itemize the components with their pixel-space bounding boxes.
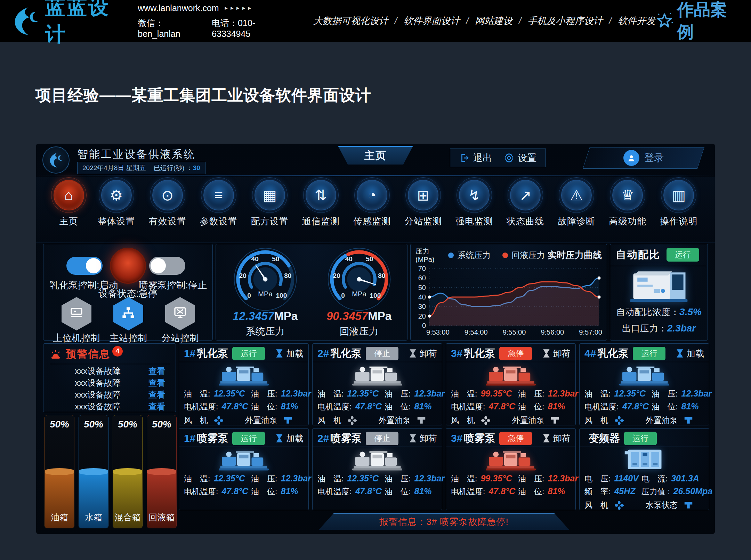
ext-pump-icon (683, 415, 694, 426)
card-data-label: 电机温度: (584, 401, 619, 412)
warning-view-link[interactable]: 查看 (148, 366, 165, 377)
card-status-badge: 运行 (232, 347, 265, 360)
card-machine-image (584, 362, 704, 388)
card-data-value: 12.3bar (281, 389, 312, 399)
card-footer-label: 外置油泵 (512, 415, 544, 426)
card-data-value: 47.8°C (355, 401, 382, 411)
card-变频器: 变频器 运行 电 压:1140V电 流:301.3A频 率:45HZ压力值 :2… (579, 428, 709, 510)
hex-button-上位机控制[interactable] (62, 297, 91, 330)
svg-text:9:57:00: 9:57:00 (579, 328, 602, 336)
ext-pump-icon (416, 415, 427, 426)
tab-home[interactable]: 主页 (338, 146, 413, 165)
menu-item-高级功能[interactable]: ♛高级功能 (609, 180, 646, 227)
menu-item-通信监测[interactable]: ⇅通信监测 (302, 180, 340, 227)
emulsion-pump-toggle[interactable] (66, 257, 103, 275)
menu-item-有效设置[interactable]: ⊙有效设置 (149, 180, 186, 227)
portfolio-link[interactable]: 作品案例 (655, 0, 737, 43)
login-button[interactable]: 登录 (583, 147, 704, 169)
card-number: 1# (184, 347, 195, 359)
card-status-badge: 急停 (499, 347, 532, 360)
card-status-badge: 急停 (499, 432, 532, 445)
diagnosis-icon: ⚠ (570, 187, 583, 204)
card-data-value: 47.8°C (488, 401, 515, 411)
menu-item-强电监测[interactable]: ↯强电监测 (455, 180, 493, 227)
card-footer-label: 风 机 (451, 415, 475, 426)
menu-item-传感监测[interactable]: ◔传感监测 (353, 180, 391, 227)
menu-item-状态曲线[interactable]: ↗状态曲线 (507, 180, 544, 227)
card-data-value: 12.35°C (347, 389, 379, 399)
svg-text:80: 80 (378, 272, 385, 279)
hourglass-icon (409, 434, 417, 443)
runtime-value: 30 (193, 164, 200, 171)
tank-水箱: 50% 水箱 (79, 415, 108, 528)
hex-button-分站控制[interactable] (165, 297, 195, 330)
card-data-value: 47.8°C (221, 401, 248, 411)
header-actions: 退出 设置 (450, 149, 546, 167)
emergency-stop-button[interactable] (110, 248, 146, 284)
nav-item-3[interactable]: 网站建设 (475, 15, 512, 27)
menu-item-操作说明[interactable]: ▥操作说明 (660, 180, 697, 227)
card-action-加载[interactable]: 加载 (676, 348, 704, 359)
menu-item-参数设置[interactable]: ≡参数设置 (200, 180, 237, 227)
svg-text:100: 100 (276, 292, 287, 299)
card-data-value: 45HZ (614, 486, 635, 496)
card-data-label: 油 位: (652, 401, 678, 412)
card-data-label: 压力值 : (641, 486, 670, 497)
menu-item-label: 主页 (59, 215, 78, 227)
warning-view-link[interactable]: 查看 (148, 377, 165, 389)
logout-button[interactable]: 退出 (459, 152, 492, 164)
spray-pump-toggle[interactable] (149, 257, 185, 275)
card-2#喷雾泵: 2# 喷雾泵 停止 卸荷 油 温:12.35°C油 压:12.3bar电机温度:… (312, 428, 442, 510)
card-action-卸荷[interactable]: 卸荷 (543, 433, 571, 444)
card-1#喷雾泵: 1# 喷雾泵 运行 加载 油 温:12.35°C油 压:12.3bar电机温度:… (179, 428, 309, 510)
card-number: 2# (317, 432, 329, 444)
warning-view-link[interactable]: 查看 (148, 401, 165, 412)
hex-button-label: 主站控制 (110, 332, 147, 344)
card-data-value: 81% (281, 486, 298, 496)
card-action-加载[interactable]: 加载 (276, 433, 304, 444)
master-station-icon (121, 306, 135, 321)
settings-button[interactable]: 设置 (504, 152, 536, 164)
card-status-badge: 运行 (633, 347, 665, 360)
menu-item-故障诊断[interactable]: ⚠故障诊断 (558, 180, 595, 227)
card-data-label: 油 温: (317, 473, 344, 484)
tank-label: 混合箱 (113, 512, 142, 523)
logout-icon (459, 153, 470, 163)
valid-settings-icon: ⊙ (161, 187, 173, 204)
fan-icon (347, 415, 357, 426)
sensor-monitor-icon: ◔ (368, 187, 376, 203)
card-data-value: 99.35°C (481, 473, 512, 483)
gauge-回液压力: 020405080100 MPa 90.3457MPa 回液压力 (326, 247, 391, 338)
nav-item-1[interactable]: 大数据可视化设计 (313, 15, 388, 27)
card-3#乳化泵: 3# 乳化泵 急停 卸荷 油 温:99.35°C油 压:12.3bar电机温度:… (446, 343, 576, 425)
warning-row: xxx设备故障查看 (43, 377, 176, 389)
card-3#喷雾泵: 3# 喷雾泵 急停 卸荷 油 温:99.35°C油 压:12.3bar电机温度:… (446, 428, 576, 510)
card-data-value: 99.35°C (481, 389, 512, 399)
menu-item-整体设置[interactable]: ⚙整体设置 (98, 180, 135, 227)
nav-item-2[interactable]: 软件界面设计 (403, 15, 460, 27)
card-footer-label: 风 机 (584, 500, 608, 511)
card-name: 乳化泵 (597, 346, 629, 361)
auto-ratio-machine-image (623, 267, 695, 307)
hex-button-主站控制[interactable] (113, 297, 143, 330)
warning-row: xxx设备故障查看 (43, 401, 176, 413)
menu-item-label: 配方设置 (251, 215, 289, 227)
date-runtime-box: 2022年4月8日 星期五 已运行(秒) ：30 (77, 162, 205, 174)
svg-text:20: 20 (418, 312, 426, 320)
menu-item-配方设置[interactable]: ▦配方设置 (251, 180, 289, 227)
card-action-加载[interactable]: 加载 (276, 348, 304, 359)
svg-text:9:54:00: 9:54:00 (465, 328, 488, 336)
card-name: 喷雾泵 (330, 431, 362, 446)
card-data-value: 301.3A (671, 473, 699, 483)
warning-view-link[interactable]: 查看 (148, 389, 165, 400)
tank-label: 回液箱 (147, 512, 176, 523)
nav-item-4[interactable]: 手机及小程序设计 (527, 15, 603, 27)
nav-item-5[interactable]: 软件开发 (618, 15, 655, 27)
menu-item-分站监测[interactable]: ⊞分站监测 (404, 180, 442, 227)
card-action-卸荷[interactable]: 卸荷 (543, 348, 571, 359)
menu-item-主页[interactable]: ⌂主页 (54, 180, 84, 227)
card-action-卸荷[interactable]: 卸荷 (409, 433, 437, 444)
svg-text:0: 0 (422, 322, 426, 329)
card-action-卸荷[interactable]: 卸荷 (409, 348, 437, 359)
card-data-label: 电机温度: (317, 401, 352, 412)
